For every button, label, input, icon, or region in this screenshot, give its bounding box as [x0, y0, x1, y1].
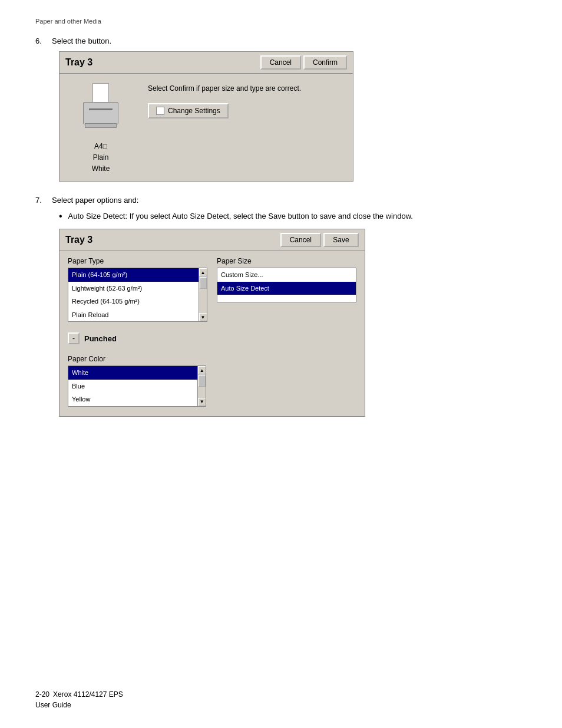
printer-illustration [80, 83, 121, 130]
paper-options-columns: Paper Type Plain (64-105 g/m²) Lightweig… [68, 257, 356, 322]
punched-toggle[interactable]: - [68, 332, 80, 344]
paper-color-item-0[interactable]: White [68, 366, 197, 380]
dialog1-titlebar: Tray 3 Cancel Confirm [59, 52, 353, 74]
dialog-tray3-confirm: Tray 3 Cancel Confirm [59, 51, 353, 182]
paper-type-items: Plain (64-105 g/m²) Lightweight (52-63 g… [68, 268, 199, 321]
paper-type-scrollbar[interactable]: ▲ ▼ [199, 268, 207, 321]
bullet-text-1: Auto Size Detect: If you select Auto Siz… [68, 210, 413, 222]
step-7: 7. Select paper options and: • Auto Size… [35, 196, 527, 417]
dialog1-body: A4□ Plain White Select Confirm if paper … [59, 74, 353, 181]
paper-color-listbox[interactable]: White Blue Yellow ▲ ▼ [68, 365, 206, 407]
dialog1-left: A4□ Plain White [65, 83, 136, 175]
dialog2-title: Tray 3 [65, 235, 92, 245]
paper-type-listbox[interactable]: Plain (64-105 g/m²) Lightweight (52-63 g… [68, 268, 207, 322]
punched-section: - Punched [68, 330, 356, 347]
paper-color-item-2[interactable]: Yellow [68, 393, 197, 406]
step-7-text: Select paper options and: [52, 196, 138, 205]
paper-color-section: Paper Color White Blue Yellow ▲ [68, 355, 356, 407]
printer-label-color: White [92, 163, 110, 174]
dialog1-buttons: Cancel Confirm [260, 55, 347, 70]
paper-size-label: Paper Size [217, 257, 356, 265]
change-settings-icon [156, 107, 164, 115]
punched-label: Punched [84, 334, 117, 343]
paper-type-item-1[interactable]: Lightweight (52-63 g/m²) [68, 282, 199, 295]
footer-page: 2-20 [35, 689, 49, 700]
page-footer: 2-20 Xerox 4112/4127 EPS User Guide [35, 689, 123, 710]
printer-label-type: Plain [92, 152, 110, 163]
paper-size-item-1[interactable]: Auto Size Detect [217, 282, 356, 295]
paper-type-column: Paper Type Plain (64-105 g/m²) Lightweig… [68, 257, 207, 322]
paper-size-item-3[interactable] [217, 298, 356, 302]
dialog1-cancel-button[interactable]: Cancel [260, 55, 301, 70]
color-scroll-thumb [199, 375, 206, 387]
color-scroll-arrow-down[interactable]: ▼ [198, 398, 206, 406]
dialog2-cancel-button[interactable]: Cancel [280, 233, 321, 247]
dialog1-instruction: Select Confirm if paper size and type ar… [148, 83, 347, 94]
paper-size-item-0[interactable]: Custom Size... [217, 268, 356, 282]
dialog2-body: Paper Type Plain (64-105 g/m²) Lightweig… [59, 251, 365, 416]
printer-tray [85, 123, 117, 128]
step-6-number: 6. [35, 37, 52, 45]
paper-type-item-3[interactable]: Plain Reload [68, 308, 199, 322]
change-settings-button[interactable]: Change Settings [148, 103, 229, 118]
paper-sheet [92, 83, 109, 103]
dialog2-titlebar: Tray 3 Cancel Save [59, 229, 365, 251]
dialog1-confirm-button[interactable]: Confirm [303, 55, 347, 70]
dialog1-title: Tray 3 [65, 57, 92, 68]
paper-size-items: Custom Size... Auto Size Detect [217, 268, 356, 302]
paper-color-items: White Blue Yellow [68, 366, 197, 406]
step-7-number: 7. [35, 196, 52, 205]
change-settings-label: Change Settings [168, 107, 220, 115]
step-6-text: Select the button. [52, 37, 111, 45]
scroll-track [199, 276, 207, 313]
printer-body [83, 102, 118, 124]
footer-guide: User Guide [35, 701, 71, 709]
dialog2-save-button[interactable]: Save [323, 233, 359, 247]
bullet-dot: • [59, 212, 62, 221]
footer-product: Xerox 4112/4127 EPS [53, 689, 123, 700]
bullet-section: • Auto Size Detect: If you select Auto S… [59, 210, 527, 222]
breadcrumb: Paper and other Media [35, 18, 527, 25]
paper-type-item-0[interactable]: Plain (64-105 g/m²) [68, 268, 199, 282]
paper-size-listbox[interactable]: Custom Size... Auto Size Detect [217, 268, 356, 302]
bullet-item-1: • Auto Size Detect: If you select Auto S… [59, 210, 527, 222]
printer-label-size: A4□ [92, 141, 110, 152]
color-scroll-track [198, 374, 206, 398]
printer-slot [89, 108, 113, 110]
dialog-tray3-settings: Tray 3 Cancel Save Paper Type [59, 229, 365, 417]
printer-label: A4□ Plain White [92, 141, 110, 175]
paper-type-item-2[interactable]: Recycled (64-105 g/m²) [68, 295, 199, 308]
paper-color-label: Paper Color [68, 355, 356, 363]
paper-type-label: Paper Type [68, 257, 207, 265]
color-scroll-arrow-up[interactable]: ▲ [198, 366, 206, 374]
dialog1-right: Select Confirm if paper size and type ar… [148, 83, 347, 175]
dialog2-buttons: Cancel Save [280, 233, 359, 247]
scroll-arrow-up[interactable]: ▲ [199, 268, 207, 276]
scroll-arrow-down[interactable]: ▼ [199, 313, 207, 321]
scroll-thumb [200, 277, 207, 289]
paper-color-item-1[interactable]: Blue [68, 380, 197, 393]
paper-size-column: Paper Size Custom Size... Auto Size Dete… [217, 257, 356, 322]
paper-color-scrollbar[interactable]: ▲ ▼ [197, 366, 206, 406]
step-6: 6. Select the button. Tray 3 Cancel Conf… [35, 37, 527, 182]
